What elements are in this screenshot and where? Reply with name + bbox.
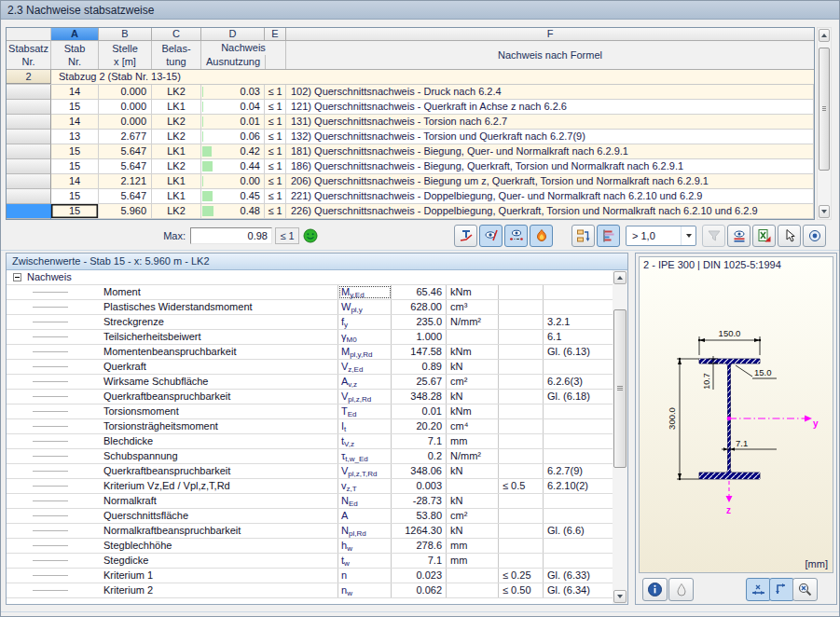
detail-row[interactable]: TorsionsträgheitsmomentIt20.20cm⁴ (7, 419, 613, 434)
row-header[interactable] (7, 189, 51, 204)
detail-row[interactable]: Plastisches WiderstandsmomentWpl,y628.00… (7, 300, 613, 315)
utilization-filter-dropdown[interactable]: > 1,0 (626, 226, 696, 246)
loadcase-cell[interactable]: LK2 (152, 159, 201, 173)
row-header[interactable] (7, 85, 51, 100)
scroll-down-icon[interactable] (613, 590, 627, 603)
collapse-icon[interactable] (13, 273, 21, 281)
limit-cell[interactable]: ≤ 1 (265, 85, 286, 99)
utilization-cell[interactable]: 0.48 (201, 204, 265, 218)
table-row[interactable]: 132.677LK20.06≤ 1132) Querschnittsnachwe… (7, 130, 814, 144)
detail-row[interactable]: MomentMy,Ed65.46kNm (7, 285, 613, 300)
detail-row[interactable]: QuerschnittsflächeA53.80cm² (7, 509, 613, 524)
row-header[interactable] (7, 174, 51, 189)
stab-cell[interactable]: 15 (51, 144, 99, 158)
formula-cell[interactable]: 221) Querschnittsnachweis - Doppelbiegun… (286, 189, 814, 203)
formula-cell[interactable]: 121) Querschnittsnachweis - Querkraft in… (286, 100, 814, 114)
loadcase-cell[interactable]: LK2 (152, 130, 201, 144)
row-header[interactable] (7, 115, 51, 130)
table-row[interactable]: 140.000LK20.01≤ 1131) Querschnittsnachwe… (7, 115, 814, 130)
limit-cell[interactable]: ≤ 1 (265, 174, 286, 188)
limit-cell[interactable]: ≤ 1 (265, 189, 286, 203)
x-location-cell[interactable]: 2.677 (99, 130, 152, 144)
detail-row[interactable]: Wirksame SchubflächeAv,z25.67cm²6.2.6(3) (7, 375, 613, 390)
detail-row[interactable]: BlechdicketV,z7.1mm (7, 434, 613, 449)
table-row[interactable]: 140.000LK20.03≤ 1102) Querschnittsnachwe… (7, 85, 814, 100)
formula-cell[interactable]: 131) Querschnittsnachweis - Torsion nach… (286, 115, 814, 129)
utilization-cell[interactable]: 0.45 (201, 189, 265, 203)
row-header[interactable] (7, 100, 51, 115)
show-member-axes-button[interactable] (504, 225, 528, 247)
loadcase-cell[interactable]: LK1 (152, 174, 201, 188)
column-letter-a[interactable]: A (51, 28, 99, 41)
column-letter-c[interactable]: C (152, 28, 201, 41)
x-location-cell[interactable]: 5.647 (99, 144, 152, 158)
show-dimensions-button[interactable] (746, 578, 771, 601)
result-visibility-button[interactable] (727, 225, 750, 247)
limit-cell[interactable]: ≤ 1 (265, 115, 286, 129)
formula-cell[interactable]: 186) Querschnittsnachweis - Biegung, Que… (286, 159, 814, 173)
result-diagram-button[interactable] (454, 225, 477, 247)
table-row[interactable]: 155.960LK20.48≤ 1226) Querschnittsnachwe… (7, 204, 814, 219)
section-render-button[interactable] (668, 578, 694, 601)
column-letter-b[interactable]: B (99, 28, 152, 41)
scroll-down-icon[interactable] (819, 205, 830, 218)
formula-cell[interactable]: 226) Querschnittsnachweis - Doppelbiegun… (286, 204, 814, 218)
stab-cell[interactable]: 15 (51, 100, 99, 114)
table-row[interactable]: 142.121LK10.00≤ 1206) Querschnittsnachwe… (7, 174, 814, 189)
loadcase-cell[interactable]: LK1 (152, 100, 201, 114)
row-header[interactable] (7, 159, 51, 174)
loadcase-cell[interactable]: LK2 (152, 115, 201, 129)
detail-row[interactable]: Kriterium Vz,Ed / Vpl,z,T,Rdvz,T0.003≤ 0… (7, 479, 613, 494)
stab-cell[interactable]: 14 (51, 174, 99, 188)
detail-row[interactable]: NormalkraftbeanspruchbarkeitNpl,Rd1264.3… (7, 524, 613, 539)
detail-row[interactable]: Kriterium 1n0.023≤ 0.25Gl. (6.33) (7, 569, 613, 583)
detail-row[interactable]: Schubspannungτt,w_Ed0.2N/mm² (7, 449, 613, 464)
utilization-cell[interactable]: 0.42 (201, 144, 265, 158)
detail-row[interactable]: QuerkraftbeanspruchbarkeitVpl,z,Rd348.28… (7, 390, 613, 404)
colored-results-button[interactable] (530, 225, 553, 247)
x-location-cell[interactable]: 2.121 (99, 174, 152, 188)
column-letter-d[interactable]: D (201, 28, 265, 41)
detail-row[interactable]: Kriterium 2nw0.062≤ 0.50Gl. (6.34) (7, 583, 613, 598)
utilization-cell[interactable]: 0.06 (201, 130, 265, 144)
table-scrollbar[interactable] (817, 27, 832, 220)
utilization-cell[interactable]: 0.03 (201, 85, 265, 99)
detail-row[interactable]: QuerkraftbeanspruchbarkeitVpl,z,T,Rd348.… (7, 464, 613, 479)
select-pointer-button[interactable] (778, 225, 801, 247)
x-location-cell[interactable]: 0.000 (99, 85, 152, 99)
limit-cell[interactable]: ≤ 1 (265, 144, 286, 158)
detail-row[interactable]: NormalkraftNEd-28.73kN (7, 494, 613, 509)
details-scrollbar[interactable] (613, 270, 627, 604)
utilization-cell[interactable]: 0.04 (201, 100, 265, 114)
chevron-down-icon[interactable] (681, 226, 695, 245)
show-hidden-results-button[interactable] (479, 225, 503, 247)
table-row[interactable]: 155.647LK20.44≤ 1186) Querschnittsnachwe… (7, 159, 814, 174)
group-row-header[interactable]: 2 (7, 70, 51, 84)
x-location-cell[interactable]: 5.647 (99, 189, 152, 203)
loadcase-cell[interactable]: LK2 (152, 204, 201, 218)
show-axes-button[interactable] (769, 578, 794, 601)
stab-cell[interactable]: 15 (51, 189, 99, 203)
relations-button[interactable] (571, 225, 595, 247)
stab-cell[interactable]: 14 (51, 115, 99, 129)
detail-row[interactable]: QuerkraftVz,Ed0.89kN (7, 360, 613, 375)
table-row[interactable]: 155.647LK10.45≤ 1221) Querschnittsnachwe… (7, 189, 814, 204)
excel-export-button[interactable] (752, 225, 776, 247)
column-letter-f[interactable]: F (286, 28, 814, 41)
loadcase-cell[interactable]: LK2 (152, 85, 201, 99)
loadcase-cell[interactable]: LK1 (152, 189, 201, 203)
formula-cell[interactable]: 132) Querschnittsnachweis - Torsion und … (286, 130, 814, 144)
zoom-reset-button[interactable] (792, 578, 818, 601)
row-header[interactable] (7, 144, 51, 159)
stab-cell[interactable]: 13 (51, 130, 99, 144)
scrollbar-thumb[interactable] (819, 48, 830, 171)
detail-row[interactable]: Streckgrenzefy235.0N/mm²3.2.1 (7, 315, 613, 330)
detail-row[interactable]: TorsionsmomentTEd0.01kNm (7, 404, 613, 419)
group-row[interactable]: 2 Stabzug 2 (Stab Nr. 13-15) (7, 70, 814, 85)
stab-cell[interactable]: 15 (51, 204, 99, 218)
row-header[interactable] (7, 130, 51, 144)
x-location-cell[interactable]: 5.960 (99, 204, 152, 218)
utilization-cell[interactable]: 0.01 (201, 115, 265, 129)
detail-row[interactable]: Stegblechhöhehw278.6mm (7, 539, 613, 554)
loadcase-cell[interactable]: LK1 (152, 144, 201, 158)
